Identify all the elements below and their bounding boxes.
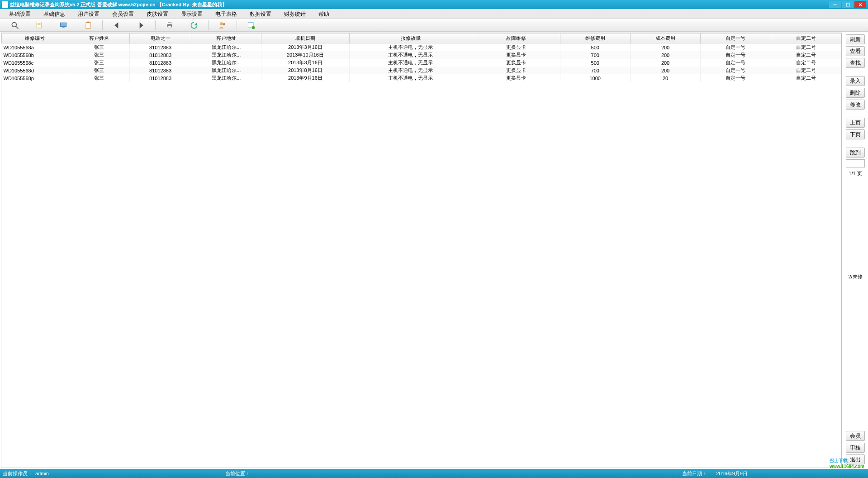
- svg-rect-6: [62, 27, 65, 28]
- input-button[interactable]: 录入: [846, 76, 865, 86]
- svg-rect-10: [168, 22, 171, 24]
- search-icon[interactable]: [3, 19, 27, 31]
- menu-0[interactable]: 基础设置: [3, 9, 37, 19]
- toolbar-separator: [208, 20, 209, 30]
- cell-id: WD1055568a: [2, 43, 68, 52]
- col-header-6[interactable]: 故障维修: [472, 33, 560, 43]
- cell-name: 张三: [68, 43, 130, 52]
- menu-6[interactable]: 电子表格: [209, 9, 243, 19]
- toolbar-separator: [237, 20, 237, 30]
- menu-5[interactable]: 显示设置: [175, 9, 209, 19]
- cell-cost: 200: [630, 59, 700, 67]
- svg-rect-11: [168, 26, 171, 28]
- svg-line-1: [16, 26, 19, 29]
- users-icon[interactable]: [210, 19, 235, 31]
- date-value: 2016年9月9日: [716, 470, 748, 477]
- svg-point-15: [252, 26, 255, 29]
- cell-addr: 黑龙江哈尔...: [191, 59, 261, 67]
- col-header-9[interactable]: 自定一号: [701, 33, 771, 43]
- col-header-0[interactable]: 维修编号: [2, 33, 68, 43]
- svg-point-0: [12, 22, 16, 27]
- clipboard-icon[interactable]: [76, 19, 100, 31]
- col-header-8[interactable]: 成本费用: [630, 33, 700, 43]
- cell-id: WD1055568c: [2, 59, 68, 67]
- cell-id: WD1055568d: [2, 67, 68, 74]
- close-button[interactable]: ✕: [854, 1, 866, 8]
- col-header-1[interactable]: 客户姓名: [68, 33, 130, 43]
- refresh-button[interactable]: 刷新: [846, 34, 865, 44]
- find-button[interactable]: 查找: [846, 58, 865, 68]
- cell-name: 张三: [68, 74, 130, 82]
- cell-fee: 700: [560, 67, 630, 74]
- cell-c2: 自定二号: [771, 51, 841, 59]
- svg-rect-5: [61, 23, 66, 26]
- arrow-left-icon[interactable]: [104, 19, 129, 31]
- cell-phone: 81012883: [130, 51, 191, 59]
- cell-fix: 更换显卡: [472, 59, 560, 67]
- col-header-5[interactable]: 报修故障: [349, 33, 472, 43]
- operator-value: admin: [35, 471, 49, 476]
- print-icon[interactable]: [157, 19, 182, 31]
- toolbar: [0, 19, 868, 32]
- table-row[interactable]: WD1055568d张三81012883黑龙江哈尔...2013年8月16日主机…: [2, 67, 841, 74]
- col-header-2[interactable]: 电话之一: [130, 33, 191, 43]
- cell-cost: 200: [630, 67, 700, 74]
- cell-c2: 自定二号: [771, 74, 841, 82]
- cell-cost: 20: [630, 74, 700, 82]
- cell-name: 张三: [68, 51, 130, 59]
- next-page-button[interactable]: 下页: [846, 129, 865, 139]
- table-row[interactable]: WD1055568b张三81012883黑龙江哈尔...2013年10月16日主…: [2, 51, 841, 59]
- col-header-10[interactable]: 自定二号: [771, 33, 841, 43]
- view-button[interactable]: 查看: [846, 46, 865, 56]
- cell-fee: 1000: [560, 74, 630, 82]
- menu-3[interactable]: 会员设置: [106, 9, 140, 19]
- col-header-4[interactable]: 取机日期: [261, 33, 349, 43]
- maximize-button[interactable]: ☐: [842, 1, 854, 8]
- document-icon[interactable]: [27, 19, 52, 31]
- cell-phone: 81012883: [130, 59, 191, 67]
- audit-button[interactable]: 审核: [846, 443, 865, 453]
- data-grid[interactable]: 维修编号客户姓名电话之一客户地址取机日期报修故障故障维修维修费用成本费用自定一号…: [1, 33, 842, 468]
- cell-fault: 主机不通电，无显示: [349, 51, 472, 59]
- cell-name: 张三: [68, 67, 130, 74]
- menu-8[interactable]: 财务统计: [278, 9, 312, 19]
- menu-2[interactable]: 用户设置: [71, 9, 106, 19]
- table-row[interactable]: WD1055568p张三81012883黑龙江哈尔...2013年9月16日主机…: [2, 74, 841, 82]
- title-bar: 益恒电脑维修记录查询系统v5.2 正式版 吾爱破解 www.52pojie.cn…: [0, 0, 868, 9]
- cell-c1: 自定一号: [701, 51, 771, 59]
- side-panel: 刷新 查看 查找 录入 删除 修改 上页 下页 跳到 1/1 页 2/未修 会员…: [843, 32, 868, 469]
- cell-fix: 更换显卡: [472, 51, 560, 59]
- col-header-7[interactable]: 维修费用: [560, 33, 630, 43]
- page-input[interactable]: [846, 159, 865, 167]
- member-button[interactable]: 会员: [846, 431, 865, 441]
- cell-fault: 主机不通电，无显示: [349, 74, 472, 82]
- cell-fee: 500: [560, 43, 630, 52]
- menu-1[interactable]: 基础信息: [37, 9, 71, 19]
- minimize-button[interactable]: —: [829, 1, 841, 8]
- computer-icon[interactable]: [52, 19, 76, 31]
- menu-bar: 基础设置基础信息用户设置会员设置皮肤设置显示设置电子表格数据设置财务统计帮助: [0, 9, 868, 19]
- export-icon[interactable]: [239, 19, 263, 31]
- svg-rect-8: [87, 21, 90, 23]
- window-controls: — ☐ ✕: [828, 1, 866, 8]
- watermark: 巴士下载 www.11684.com: [830, 458, 864, 469]
- cell-fault: 主机不通电，无显示: [349, 67, 472, 74]
- cell-addr: 黑龙江哈尔...: [191, 74, 261, 82]
- menu-4[interactable]: 皮肤设置: [140, 9, 175, 19]
- menu-7[interactable]: 数据设置: [243, 9, 278, 19]
- cell-fault: 主机不通电，无显示: [349, 43, 472, 52]
- refresh-icon[interactable]: [182, 19, 206, 31]
- menu-9[interactable]: 帮助: [312, 9, 336, 19]
- cell-date: 2013年8月16日: [261, 67, 349, 74]
- table-row[interactable]: WD1055568c张三81012883黑龙江哈尔...2013年3月16日主机…: [2, 59, 841, 67]
- prev-page-button[interactable]: 上页: [846, 118, 865, 128]
- cell-id: WD1055568p: [2, 74, 68, 82]
- col-header-3[interactable]: 客户地址: [191, 33, 261, 43]
- table-row[interactable]: WD1055568a张三81012883黑龙江哈尔...2013年3月16日主机…: [2, 43, 841, 52]
- cell-phone: 81012883: [130, 74, 191, 82]
- arrow-right-icon[interactable]: [129, 19, 153, 31]
- modify-button[interactable]: 修改: [846, 100, 865, 110]
- date-label: 当前日期：: [682, 470, 707, 477]
- delete-button[interactable]: 删除: [846, 88, 865, 98]
- jump-button[interactable]: 跳到: [846, 148, 865, 158]
